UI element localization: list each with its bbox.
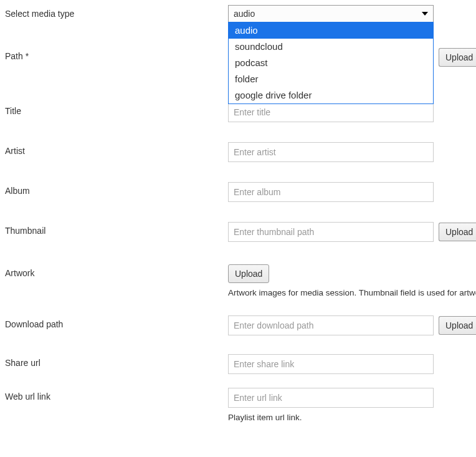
thumbnail-input[interactable] bbox=[228, 222, 434, 242]
artist-input[interactable] bbox=[228, 142, 434, 162]
media-type-selected-value: audio bbox=[234, 9, 255, 19]
label-path: Path * bbox=[5, 47, 228, 61]
media-type-option-folder[interactable]: folder bbox=[229, 71, 433, 87]
row-artist: Artist bbox=[0, 137, 476, 168]
row-download-path: Download path Upload bbox=[0, 310, 476, 342]
row-share-url: Share url bbox=[0, 349, 476, 380]
label-artist: Artist bbox=[5, 142, 228, 156]
media-type-option-podcast[interactable]: podcast bbox=[229, 55, 433, 71]
label-media-type: Select media type bbox=[5, 5, 228, 19]
artwork-help-text: Artwork images for media session. Thumbn… bbox=[228, 287, 476, 299]
chevron-down-icon bbox=[422, 12, 428, 16]
media-type-select[interactable]: audio bbox=[228, 5, 434, 22]
media-type-option-audio[interactable]: audio bbox=[229, 22, 433, 39]
share-url-input[interactable] bbox=[228, 354, 434, 374]
download-path-upload-button[interactable]: Upload bbox=[439, 316, 476, 335]
label-album: Album bbox=[5, 182, 228, 196]
album-input[interactable] bbox=[228, 182, 434, 202]
download-path-input[interactable] bbox=[228, 315, 434, 335]
label-download-path: Download path bbox=[5, 315, 228, 329]
web-url-link-input[interactable] bbox=[228, 388, 434, 408]
artwork-upload-button[interactable]: Upload bbox=[228, 264, 269, 283]
label-thumbnail: Thumbnail bbox=[5, 222, 228, 236]
row-thumbnail: Thumbnail Upload bbox=[0, 217, 476, 248]
title-input[interactable] bbox=[228, 102, 434, 122]
label-title: Title bbox=[5, 102, 228, 116]
row-artwork: Artwork Upload Artwork images for media … bbox=[0, 259, 476, 304]
label-web-url-link: Web url link bbox=[5, 388, 228, 402]
thumbnail-upload-button[interactable]: Upload bbox=[439, 223, 476, 241]
web-url-link-help-text: Playlist item url link. bbox=[228, 411, 476, 424]
media-type-option-soundcloud[interactable]: soundcloud bbox=[229, 39, 433, 55]
path-upload-button[interactable]: Upload bbox=[439, 48, 476, 67]
media-type-dropdown: audio soundcloud podcast folder google d… bbox=[228, 22, 434, 104]
row-media-type: Select media type audio audio soundcloud… bbox=[0, 0, 476, 31]
row-album: Album bbox=[0, 177, 476, 208]
media-type-option-google-drive-folder[interactable]: google drive folder bbox=[229, 87, 433, 103]
label-artwork: Artwork bbox=[5, 264, 228, 278]
media-type-select-wrapper: audio audio soundcloud podcast folder go… bbox=[228, 5, 434, 22]
row-web-url-link: Web url link Playlist item url link. bbox=[0, 383, 476, 429]
label-share-url: Share url bbox=[5, 354, 228, 368]
